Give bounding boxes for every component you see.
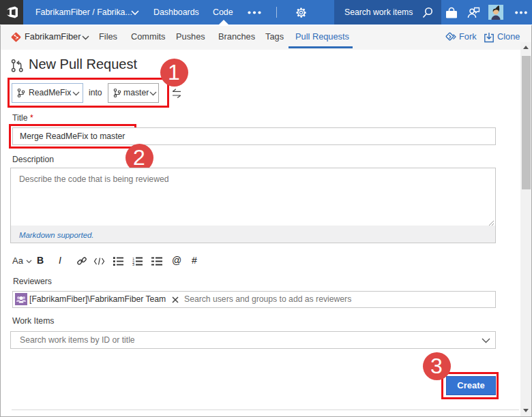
svg-text:3: 3	[132, 262, 134, 266]
